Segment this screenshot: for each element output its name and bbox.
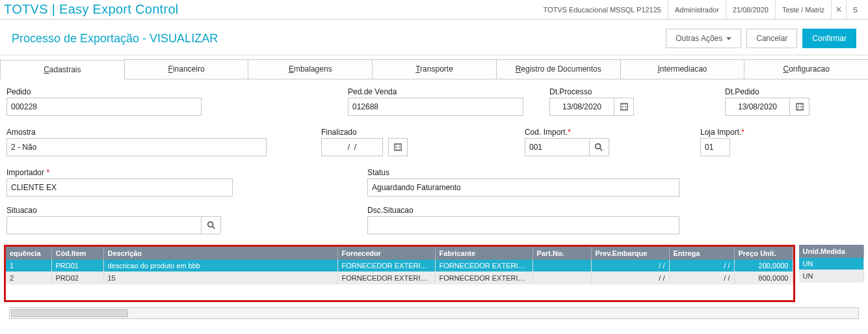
tab-embalagens[interactable]: Embalagens	[248, 59, 373, 79]
close-icon[interactable]: ×	[831, 0, 845, 20]
items-grid[interactable]: equência Cód.Item Descrição Fornecedor F…	[6, 247, 793, 285]
field-dsc-situacao: Dsc.Situacao	[367, 206, 679, 234]
other-actions-button[interactable]: Outras Ações	[666, 29, 741, 48]
dt-processo-input[interactable]	[549, 98, 614, 116]
svg-point-0	[596, 144, 601, 149]
field-dt-processo: Dt.Processo	[549, 87, 634, 116]
table-row[interactable]: 1 PRD01 descricao do produto em bbb FORN…	[6, 260, 793, 272]
finalizado-input[interactable]	[321, 138, 383, 156]
status-label: Status	[367, 168, 679, 177]
user-name: Administrador	[668, 0, 726, 20]
tabs: Cadastrais Financeiro Embalagens Transpo…	[0, 59, 868, 79]
horizontal-scrollbar[interactable]	[9, 307, 859, 319]
items-grid-highlight: equência Cód.Item Descrição Fornecedor F…	[4, 245, 795, 302]
amostra-input[interactable]	[7, 138, 267, 156]
amostra-label: Amostra	[7, 128, 267, 137]
calendar-icon[interactable]	[388, 138, 408, 156]
ped-venda-input[interactable]	[348, 98, 523, 116]
svg-point-2	[207, 222, 213, 227]
field-loja-import: Loja Import.*	[700, 128, 744, 156]
chevron-down-icon	[726, 37, 731, 40]
pedido-label: Pedido	[7, 87, 202, 96]
appbar-right: TOTVS Educacional MSSQL P12125 Administr…	[536, 0, 864, 20]
items-grid-extra-col: Unid.Medida UN UN	[799, 245, 865, 302]
tab-financeiro[interactable]: Financeiro	[124, 59, 249, 79]
tab-transporte[interactable]: Transporte	[372, 59, 497, 79]
calendar-icon[interactable]	[614, 98, 634, 116]
ped-venda-label: Ped.de Venda	[348, 87, 523, 96]
loja-import-input[interactable]	[700, 138, 730, 156]
field-situacao: Situacao	[7, 206, 221, 234]
tab-cadastrais[interactable]: Cadastrais	[0, 60, 125, 79]
field-amostra: Amostra	[7, 128, 267, 156]
app-title: TOTVS | Easy Export Control	[4, 2, 536, 17]
col-part-no[interactable]: Part.No.	[533, 247, 591, 260]
finalizado-label: Finalizado	[321, 128, 408, 137]
form-area: Pedido Ped.de Venda Dt.Processo Dt.Pedid…	[0, 79, 868, 241]
cod-import-input[interactable]	[525, 138, 590, 156]
tab-configuracao[interactable]: Configuracao	[744, 59, 868, 79]
dt-pedido-label: Dt.Pedido	[725, 87, 809, 96]
svg-line-3	[212, 227, 215, 229]
field-dt-pedido: Dt.Pedido	[725, 87, 809, 116]
dsc-situacao-label: Dsc.Situacao	[367, 206, 679, 215]
col-preco-unit[interactable]: Preço Unit.	[734, 247, 793, 260]
confirm-button[interactable]: Confirmar	[802, 29, 856, 48]
cancel-label: Cancelar	[756, 34, 787, 43]
importador-input[interactable]	[7, 178, 233, 197]
col-entrega[interactable]: Entrega	[669, 247, 734, 260]
dt-processo-label: Dt.Processo	[549, 87, 634, 96]
confirm-label: Confirmar	[812, 34, 847, 43]
table-row[interactable]: UN	[799, 258, 864, 270]
status-input[interactable]	[367, 178, 679, 197]
search-icon[interactable]	[202, 216, 221, 234]
col-sequencia[interactable]: equência	[6, 247, 51, 260]
col-descricao[interactable]: Descrição	[103, 247, 337, 260]
importador-label: Importador *	[7, 168, 233, 177]
page-toolbar: Processo de Exportação - VISUALIZAR Outr…	[0, 20, 868, 55]
field-importador: Importador *	[7, 168, 233, 197]
svg-line-1	[600, 148, 603, 151]
situacao-label: Situacao	[7, 206, 221, 215]
tab-registro-documentos[interactable]: Registro de Documentos	[496, 59, 621, 79]
col-fornecedor[interactable]: Fornecedor	[337, 247, 435, 260]
field-status: Status	[367, 168, 679, 197]
cod-import-label: Cod. Import.*	[525, 128, 609, 137]
field-cod-import: Cod. Import.*	[525, 128, 609, 156]
dt-pedido-input[interactable]	[725, 98, 790, 116]
col-fabricante[interactable]: Fabricante	[435, 247, 533, 260]
calendar-icon[interactable]	[790, 98, 809, 116]
tab-intermediacao[interactable]: Intermediacao	[620, 59, 745, 79]
scrollbar-thumb[interactable]	[11, 309, 128, 317]
session-date: 21/08/2020	[726, 0, 775, 20]
pedido-input[interactable]	[7, 98, 202, 116]
col-unid-medida[interactable]: Unid.Medida	[799, 245, 864, 258]
other-actions-label: Outras Ações	[676, 34, 722, 43]
extra-indicator: S	[846, 0, 864, 20]
table-row[interactable]: UN	[799, 270, 864, 283]
field-finalizado: Finalizado	[321, 128, 408, 156]
col-prev-embarque[interactable]: Prev.Embarque	[591, 247, 669, 260]
branch-name: Teste / Matriz	[775, 0, 831, 20]
search-icon[interactable]	[590, 138, 609, 156]
env-name: TOTVS Educacional MSSQL P12125	[536, 0, 668, 20]
field-ped-venda: Ped.de Venda	[348, 87, 523, 116]
field-pedido: Pedido	[7, 87, 202, 116]
table-row[interactable]: 2 PRD02 15 FORNECEDOR EXTERIOR FORNECEDO…	[6, 272, 793, 285]
cancel-button[interactable]: Cancelar	[746, 29, 797, 48]
loja-import-label: Loja Import.*	[700, 128, 744, 137]
app-bar: TOTVS | Easy Export Control TOTVS Educac…	[0, 0, 868, 20]
dsc-situacao-input[interactable]	[367, 216, 679, 234]
situacao-input[interactable]	[7, 216, 202, 234]
grid-header-row: equência Cód.Item Descrição Fornecedor F…	[6, 247, 793, 260]
col-cod-item[interactable]: Cód.Item	[51, 247, 103, 260]
page-title: Processo de Exportação - VISUALIZAR	[12, 32, 661, 46]
